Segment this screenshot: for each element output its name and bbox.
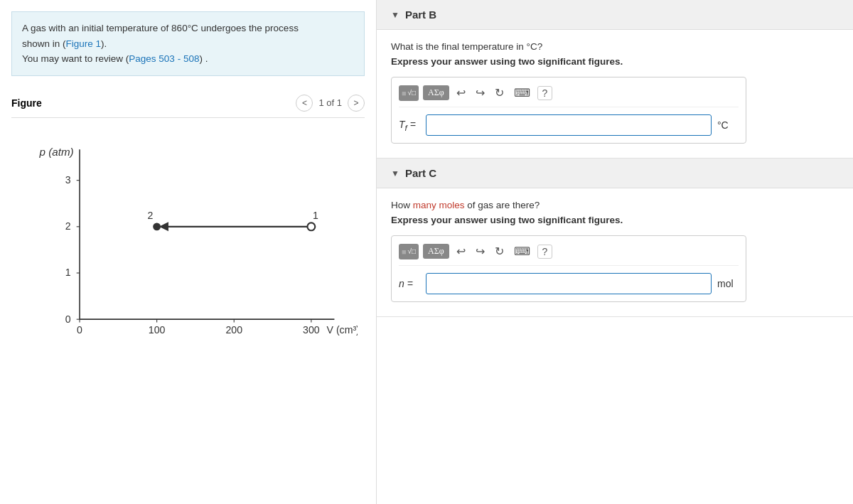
prev-figure-button[interactable]: < — [296, 95, 313, 112]
part-b-body: What is the final temperature in °C? Exp… — [377, 30, 853, 158]
point-2-label: 2 — [148, 210, 154, 221]
y-tick-2: 2 — [65, 220, 71, 232]
x-tick-0: 0 — [77, 324, 82, 336]
x-tick-100: 100 — [149, 324, 166, 336]
part-c-var-label: n = — [399, 278, 420, 289]
figure-section: Figure < 1 of 1 > p (atm) 0 1 — [0, 87, 376, 504]
part-c-color-btn[interactable]: ■√□ — [399, 244, 419, 259]
part-c-redo-btn[interactable]: ↪ — [473, 243, 488, 259]
point-1-dot — [307, 222, 315, 230]
x-tick-300: 300 — [303, 324, 320, 336]
figure-chart: p (atm) 0 1 2 3 0 100 — [26, 132, 358, 360]
info-line3: You may want to review (Pages 503 - 508)… — [22, 53, 208, 64]
left-panel: A gas with an initial temperature of 860… — [0, 0, 377, 504]
part-c-unit: mol — [717, 278, 739, 289]
info-box: A gas with an initial temperature of 860… — [11, 11, 365, 76]
part-c-chevron: ▼ — [391, 168, 399, 178]
point-2-dot — [153, 222, 161, 230]
part-c-symbol-btn[interactable]: ΑΣφ — [423, 244, 449, 259]
part-b-var-label: Tf = — [399, 119, 420, 132]
figure-nav: < 1 of 1 > — [296, 95, 365, 112]
part-b-help-btn[interactable]: ? — [537, 86, 553, 100]
y-axis-label: p (atm) — [39, 146, 74, 158]
chart-container: p (atm) 0 1 2 3 0 100 — [11, 125, 365, 493]
right-panel: ▼ Part B What is the final temperature i… — [377, 0, 853, 504]
y-tick-0: 0 — [65, 313, 71, 324]
part-b-instruction: Express your answer using two significan… — [391, 56, 839, 67]
part-c-highlight: many moles — [413, 200, 465, 210]
part-c-undo-btn[interactable]: ↩ — [454, 243, 468, 259]
part-b-symbol-btn[interactable]: ΑΣφ — [423, 85, 449, 100]
figure-page-count: 1 of 1 — [318, 97, 342, 108]
part-b-unit: °C — [717, 119, 739, 131]
part-b-color-btn[interactable]: ■√□ — [399, 85, 419, 101]
part-c-input[interactable] — [426, 273, 712, 294]
part-b-section: ▼ Part B What is the final temperature i… — [377, 0, 853, 159]
part-b-header[interactable]: ▼ Part B — [377, 0, 853, 30]
point-1-label: 1 — [313, 210, 318, 221]
part-b-question: What is the final temperature in °C? — [391, 41, 839, 52]
part-b-toolbar: ■√□ ΑΣφ ↩ ↪ ↻ ⌨ ? — [399, 85, 739, 107]
part-c-keyboard-btn[interactable]: ⌨ — [511, 243, 533, 259]
part-c-instruction: Express your answer using two significan… — [391, 215, 839, 225]
part-b-input[interactable] — [426, 114, 712, 136]
figure-link[interactable]: Figure 1 — [66, 38, 102, 49]
part-b-label: Part B — [405, 9, 436, 21]
part-b-refresh-btn[interactable]: ↻ — [492, 85, 507, 101]
part-c-input-row: n = mol — [399, 273, 739, 294]
y-tick-1: 1 — [65, 267, 71, 278]
figure-header: Figure < 1 of 1 > — [11, 95, 365, 118]
figure-title: Figure — [11, 97, 42, 109]
part-b-undo-btn[interactable]: ↩ — [454, 85, 468, 101]
part-b-redo-btn[interactable]: ↪ — [473, 85, 488, 101]
part-c-body: How many moles of gas are there? Express… — [377, 188, 853, 316]
part-b-keyboard-btn[interactable]: ⌨ — [511, 85, 533, 101]
part-c-label: Part C — [405, 167, 436, 179]
info-line2: shown in (Figure 1). — [22, 38, 107, 49]
part-c-answer-box: ■√□ ΑΣφ ↩ ↪ ↻ ⌨ ? n = mol — [391, 235, 746, 302]
part-c-question: How many moles of gas are there? — [391, 200, 839, 210]
part-c-section: ▼ Part C How many moles of gas are there… — [377, 159, 853, 317]
part-c-toolbar: ■√□ ΑΣφ ↩ ↪ ↻ ⌨ ? — [399, 243, 739, 266]
part-c-refresh-btn[interactable]: ↻ — [492, 243, 507, 259]
next-figure-button[interactable]: > — [348, 95, 365, 112]
pages-link[interactable]: Pages 503 - 508 — [129, 53, 199, 64]
part-c-header[interactable]: ▼ Part C — [377, 159, 853, 188]
part-c-help-btn[interactable]: ? — [537, 245, 553, 259]
x-axis-label: V (cm³) — [327, 324, 358, 336]
y-tick-3: 3 — [65, 174, 71, 186]
part-b-answer-box: ■√□ ΑΣφ ↩ ↪ ↻ ⌨ ? Tf = °C — [391, 77, 746, 144]
x-tick-200: 200 — [225, 324, 242, 336]
info-line1: A gas with an initial temperature of 860… — [22, 23, 299, 33]
part-b-chevron: ▼ — [391, 10, 399, 20]
part-b-input-row: Tf = °C — [399, 114, 739, 136]
